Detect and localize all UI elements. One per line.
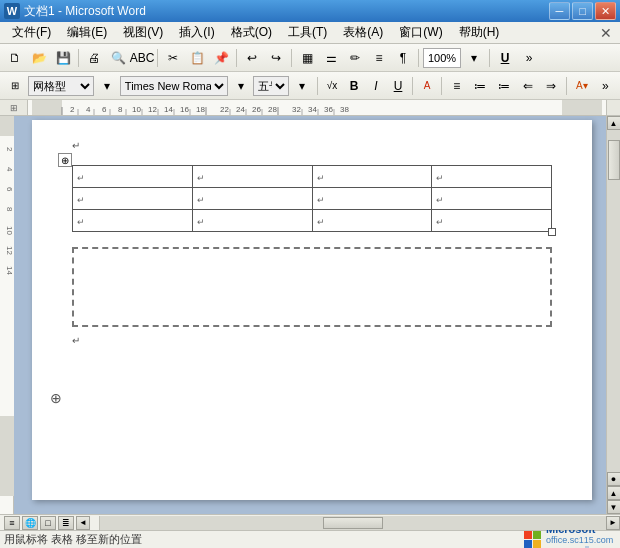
indent-increase[interactable]: ⇒ [540, 75, 562, 97]
extra-formatting[interactable]: » [595, 75, 617, 97]
table-btn[interactable]: ▦ [296, 47, 318, 69]
font-select[interactable]: Times New Roma [120, 76, 228, 96]
menu-bar-close[interactable]: ✕ [596, 25, 616, 41]
menu-help[interactable]: 帮助(H) [451, 22, 508, 43]
ruler-svg: 2 4 6 8 10 12 14 16 [32, 100, 602, 115]
table-cell[interactable]: ↵ [73, 166, 193, 188]
svg-rect-1 [32, 100, 62, 115]
help-btn[interactable]: U [494, 47, 516, 69]
table-resize-handle[interactable] [548, 228, 556, 236]
table-row: ↵ ↵ ↵ ↵ [73, 166, 552, 188]
sqrt-btn[interactable]: √x [322, 76, 342, 96]
table-cell[interactable]: ↵ [192, 188, 312, 210]
size-dropdown[interactable]: ▾ [291, 75, 313, 97]
menu-edit[interactable]: 编辑(E) [59, 22, 115, 43]
select-browse-object[interactable]: ● [607, 472, 621, 486]
font-color-btn[interactable]: A [417, 76, 437, 96]
web-view-btn[interactable]: 🌐 [22, 516, 38, 530]
save-button[interactable]: 💾 [52, 47, 74, 69]
zoom-dropdown[interactable]: ▾ [463, 47, 485, 69]
outline-view-btn[interactable]: ≣ [58, 516, 74, 530]
style-clear-btn[interactable]: ⊞ [4, 75, 26, 97]
italic-button[interactable]: I [366, 76, 386, 96]
font-dropdown[interactable]: ▾ [230, 75, 252, 97]
cell-arrow: ↵ [317, 195, 325, 205]
svg-rect-39 [0, 416, 14, 496]
new-button[interactable]: 🗋 [4, 47, 26, 69]
next-page-button[interactable]: ▼ [607, 500, 621, 514]
svg-text:14: 14 [5, 266, 14, 275]
maximize-button[interactable]: □ [572, 2, 593, 20]
menu-bar: 文件(F) 编辑(E) 视图(V) 插入(I) 格式(O) 工具(T) 表格(A… [0, 22, 620, 44]
show-hide-btn[interactable]: ¶ [392, 47, 414, 69]
table-cell[interactable]: ↵ [192, 210, 312, 232]
style-select[interactable]: 网格型 [28, 76, 95, 96]
ms-square-red [524, 531, 532, 539]
table-move-handle[interactable]: ⊕ [58, 153, 72, 167]
table-cell[interactable]: ↵ [432, 188, 552, 210]
undo-button[interactable]: ↩ [241, 47, 263, 69]
menu-insert[interactable]: 插入(I) [171, 22, 222, 43]
style-dropdown[interactable]: ▾ [96, 75, 118, 97]
preview-button[interactable]: 🔍 [107, 47, 129, 69]
view-buttons: ≡ 🌐 □ ≣ ◄ [0, 516, 100, 530]
paste-button[interactable]: 📌 [210, 47, 232, 69]
table-cell[interactable]: ↵ [73, 188, 193, 210]
docmap-btn[interactable]: ≡ [368, 47, 390, 69]
drag-indicator[interactable]: ⊕ [50, 390, 62, 406]
close-button[interactable]: ✕ [595, 2, 616, 20]
highlight-btn[interactable]: A▾ [571, 75, 593, 97]
table-cell[interactable]: ↵ [312, 210, 432, 232]
print-view-btn[interactable]: □ [40, 516, 56, 530]
svg-text:12: 12 [5, 246, 14, 255]
svg-rect-2 [562, 100, 602, 115]
menu-window[interactable]: 窗口(W) [391, 22, 450, 43]
svg-text:26: 26 [252, 105, 261, 114]
drawing-btn[interactable]: ✏ [344, 47, 366, 69]
hscroll-left-btn[interactable]: ◄ [76, 516, 90, 530]
print-button[interactable]: 🖨 [83, 47, 105, 69]
table-cell[interactable]: ↵ [432, 166, 552, 188]
cell-arrow: ↵ [436, 217, 444, 227]
bold-button[interactable]: B [344, 76, 364, 96]
text-box[interactable] [72, 247, 552, 327]
zoom-input[interactable] [423, 48, 461, 68]
normal-view-btn[interactable]: ≡ [4, 516, 20, 530]
cut-button[interactable]: ✂ [162, 47, 184, 69]
indent-decrease[interactable]: ⇐ [517, 75, 539, 97]
copy-button[interactable]: 📋 [186, 47, 208, 69]
toolbar-extra[interactable]: » [518, 47, 540, 69]
svg-text:24: 24 [236, 105, 245, 114]
cell-arrow: ↵ [197, 173, 205, 183]
table-cell[interactable]: ↵ [312, 188, 432, 210]
menu-format[interactable]: 格式(O) [223, 22, 280, 43]
menu-file[interactable]: 文件(F) [4, 22, 59, 43]
horizontal-ruler: 2 4 6 8 10 12 14 16 [28, 100, 606, 115]
ms-sub-text: office.sc115.com [546, 535, 616, 545]
table-cell[interactable]: ↵ [432, 210, 552, 232]
table-cell[interactable]: ↵ [192, 166, 312, 188]
scroll-up-button[interactable]: ▲ [607, 116, 621, 130]
hscroll-thumb[interactable] [323, 517, 383, 529]
menu-table[interactable]: 表格(A) [335, 22, 391, 43]
prev-page-button[interactable]: ▲ [607, 486, 621, 500]
hscroll-track[interactable] [100, 516, 606, 530]
spell-button[interactable]: ABC [131, 47, 153, 69]
underline-button[interactable]: U [388, 76, 408, 96]
numbering-btn[interactable]: ≔ [493, 75, 515, 97]
minimize-button[interactable]: ─ [549, 2, 570, 20]
menu-tools[interactable]: 工具(T) [280, 22, 335, 43]
scroll-track[interactable] [607, 130, 621, 472]
scroll-thumb[interactable] [608, 140, 620, 180]
table-cell[interactable]: ↵ [73, 210, 193, 232]
menu-view[interactable]: 视图(V) [115, 22, 171, 43]
columns-btn[interactable]: ⚌ [320, 47, 342, 69]
cell-arrow: ↵ [317, 173, 325, 183]
size-select[interactable]: 五号 [253, 76, 289, 96]
redo-button[interactable]: ↪ [265, 47, 287, 69]
table-cell[interactable]: ↵ [312, 166, 432, 188]
align-left[interactable]: ≡ [446, 75, 468, 97]
bullets-btn[interactable]: ≔ [470, 75, 492, 97]
separator5 [418, 49, 419, 67]
open-button[interactable]: 📂 [28, 47, 50, 69]
